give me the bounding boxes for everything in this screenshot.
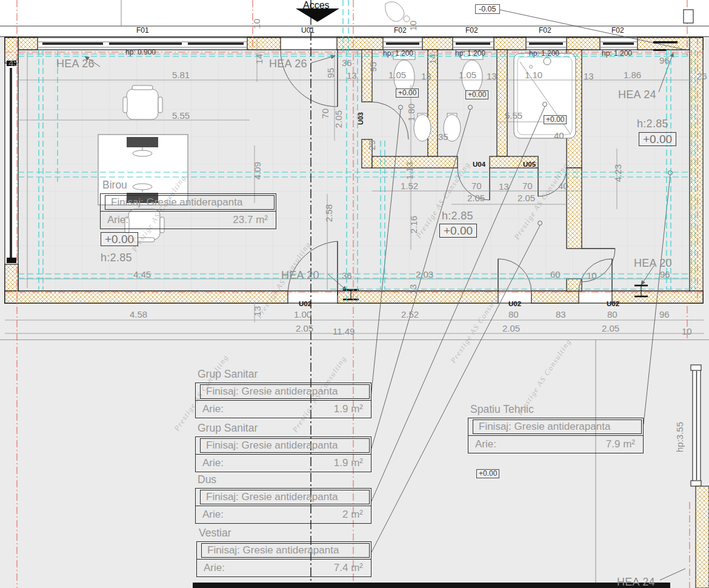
room-name: Vestiar [199, 527, 371, 540]
room-name: Spatiu Tehnic [470, 403, 644, 416]
room-finish-table: Finisaj: Gresie antiderapantaArie:2 m² [195, 488, 371, 524]
dimension-label: 80 [508, 310, 519, 320]
window-label: U01 [301, 27, 315, 35]
dimension-label: 2.58 [324, 204, 335, 222]
door-label: U04 [473, 161, 485, 169]
room-info-block: VestiarFinisaj: Gresie antiderapantaArie… [196, 527, 371, 577]
parapet-height-label: hp: 1.200 [529, 50, 559, 58]
dimension-label: 96 [660, 270, 670, 280]
door-label: U02 [607, 300, 619, 308]
dimension-label: 1.86 [624, 70, 641, 81]
room-finish-row: Finisaj: Gresie antiderapanta [196, 489, 371, 506]
room-finish: Finisaj: Gresie antiderapanta [196, 439, 338, 451]
room-info-block: Spatiu TehnicFinisaj: Gresie antiderapan… [468, 403, 644, 453]
room-area-value: 2 m² [342, 506, 363, 523]
dimension-label: 70 [321, 109, 331, 119]
dimension-label: 83 [556, 310, 566, 320]
level-marker: +0.00 [396, 89, 419, 98]
access-label: Acces [303, 0, 330, 11]
beam-or-height-label: h:2.85 [442, 210, 473, 222]
door-label: U02 [508, 300, 521, 308]
dimension-label: 70 [471, 181, 482, 192]
dimension-label: 1.05 [459, 70, 476, 81]
room-area-label: Arie: [196, 457, 224, 469]
dimension-label: 70 [522, 181, 533, 192]
dimension-label: 95 [326, 68, 336, 78]
column-marker [684, 10, 693, 23]
dimension-label: 13 [584, 72, 594, 82]
room-finish-table: Finisaj: Gresie antiderapantaArie:23.7 m… [100, 193, 276, 229]
room-finish-row: Finisaj: Gresie antiderapanta [101, 194, 276, 211]
dimension-label: 29 [367, 140, 378, 150]
window-label: F01 [136, 27, 149, 35]
dimension-label: 10 [252, 19, 262, 29]
window-label: F02 [394, 27, 407, 35]
room-info-block: Grup SanitarFinisaj: Gresie antiderapant… [195, 368, 371, 418]
floor-plan-page: AccesF01U01F02F02F02F02-0.05hp: 0.900hp:… [0, 0, 709, 588]
beam-or-height-label: h:2.85 [637, 118, 668, 130]
dimension-label: 10 [682, 327, 692, 337]
dimension-label: 2.05 [467, 193, 485, 204]
room-finish: Finisaj: Gresie antiderapanta [468, 421, 610, 432]
dimension-label: 40 [554, 131, 564, 141]
room-area-row: Arie:23.7 m² [101, 211, 276, 229]
beam-or-height-label: HEA 26 [56, 58, 95, 70]
dimension-label: 60 [550, 270, 561, 280]
room-area-value: 1.9 m² [334, 401, 363, 418]
beam-or-height-label: HEA 24 [618, 89, 656, 101]
room-name: Grup Sanitar [198, 422, 371, 435]
level-marker: -0.05 [475, 4, 500, 14]
dimension-label: 1.13 [405, 162, 415, 179]
room-area-label: Arie: [196, 509, 224, 520]
dimension-label: 14 [428, 54, 438, 64]
room-finish-row: Finisaj: Gresie antiderapanta [468, 418, 643, 435]
room-info-block: BirouFinisaj: Gresie antiderapantaArie:2… [100, 179, 276, 229]
dimension-label: 11.49 [333, 327, 354, 337]
beam-or-height-label: HEA 26 [269, 58, 307, 70]
dimension-label: 96 [659, 56, 670, 66]
room-area-row: Arie:7.9 m² [468, 435, 643, 453]
room-finish: Finisaj: Gresie antiderapanta [101, 196, 242, 208]
parapet-height-label: hp: 1.200 [455, 50, 485, 58]
dimension-label: 40 [558, 181, 568, 192]
dimension-label: 4.45 [133, 270, 151, 280]
room-finish: Finisaj: Gresie antiderapanta [196, 491, 338, 503]
dimension-label: 1.10 [525, 70, 542, 81]
level-marker: +0.00 [465, 90, 488, 99]
dimension-label: 5.55 [172, 111, 190, 121]
beam-or-height-label: HEA 20 [634, 257, 672, 269]
window-label: F02 [539, 27, 551, 35]
dimension-label: 13 [421, 72, 431, 82]
dimension-label: 2.03 [416, 270, 433, 280]
parapet-height-label: hp: 0.900 [125, 48, 156, 56]
room-finish: Finisaj: Gresie antiderapanta [197, 544, 339, 556]
level-marker: +0.00 [544, 115, 567, 124]
parapet-height-label: hp: 1.200 [602, 50, 632, 58]
dimension-label: 45 [8, 58, 19, 68]
room-finish-table: Finisaj: Gresie antiderapantaArie:1.9 m² [195, 436, 371, 472]
room-area-value: 23.7 m² [233, 212, 268, 229]
parapet-height-label: hp:3.55 [675, 422, 685, 452]
door-label: U03 [357, 112, 365, 125]
room-finish: Finisaj: Gresie antiderapanta [196, 386, 338, 397]
dimension-label: 80 [607, 310, 617, 320]
dimension-label: 14 [255, 54, 265, 64]
room-finish-row: Finisaj: Gresie antiderapanta [196, 437, 371, 454]
dimension-label: 2.05 [518, 193, 535, 204]
dimension-label: 2.05 [502, 324, 520, 334]
room-area-label: Arie: [196, 403, 224, 415]
dimension-label: 1.52 [401, 181, 418, 192]
dimension-label: 10 [408, 21, 419, 31]
level-marker: +0.00 [639, 132, 676, 146]
dimension-label: 1.05 [388, 70, 406, 81]
dimension-label: 13 [487, 72, 497, 82]
dimension-label: 36 [342, 271, 352, 281]
dimension-label: 2.52 [401, 310, 419, 320]
beam-or-height-label: h:2.85 [101, 252, 132, 264]
level-marker: +0.00 [476, 469, 499, 478]
room-area-label: Arie: [101, 214, 128, 226]
dimension-label: 2.05 [602, 324, 619, 334]
dimension-label: 96 [659, 310, 670, 320]
dimension-label: 5.81 [172, 70, 190, 81]
room-area-value: 7.4 m² [334, 560, 363, 576]
